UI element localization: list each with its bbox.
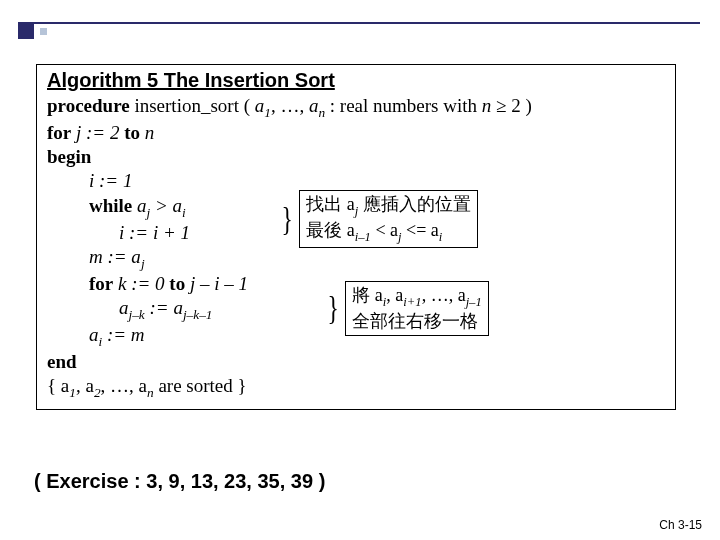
ai: a <box>89 324 99 345</box>
annotation-2: } 將 ai, ai+1, …, aj–1 全部往右移一格 <box>325 281 489 336</box>
kw-to2: to <box>169 273 185 294</box>
while-gt: > a <box>150 195 182 216</box>
algorithm-title: Algorithm 5 The Insertion Sort <box>47 69 665 92</box>
shift-mid: := a <box>145 297 183 318</box>
proc-text-a: insertion_sort ( <box>130 95 255 116</box>
accent-dot <box>40 28 47 35</box>
ai-rest: := m <box>102 324 144 345</box>
page-footer: Ch 3-15 <box>659 518 702 532</box>
kw-end: end <box>47 351 77 372</box>
shift-s1: j–k <box>129 307 145 322</box>
a1-l2s1: i–1 <box>355 230 371 244</box>
a2-l1a: 將 a <box>352 285 383 305</box>
var-a1: a <box>255 95 265 116</box>
a2-l1b: , a <box>386 285 403 305</box>
a2-l2: 全部往右移一格 <box>352 311 478 331</box>
shift-s2: j–k–1 <box>183 307 213 322</box>
kw-while: while <box>89 195 132 216</box>
a1-l2b: < a <box>371 220 398 240</box>
for2-a: k := 0 <box>113 273 169 294</box>
for-text-b: n <box>140 122 154 143</box>
kw-for2: for <box>89 273 113 294</box>
line-i1: i := 1 <box>47 169 132 193</box>
a1-l1a: 找出 a <box>306 194 355 214</box>
line-iinc: i := i + 1 <box>47 221 190 245</box>
note-box-1: 找出 aj 應插入的位置 最後 ai–1 < aj <= ai <box>299 190 478 248</box>
annotation-1: } 找出 aj 應插入的位置 最後 ai–1 < aj <= ai <box>279 190 478 248</box>
accent-square <box>18 23 34 39</box>
cmt-c: , …, a <box>101 375 147 396</box>
var-n: n <box>482 95 492 116</box>
exercise-line: ( Exercise : 3, 9, 13, 23, 35, 39 ) <box>34 470 325 493</box>
a2-l1c: , …, a <box>422 285 466 305</box>
accent-decoration <box>18 12 110 50</box>
a2-l1s3: j–1 <box>466 295 482 309</box>
while-a: a <box>132 195 146 216</box>
brace-icon-2: } <box>327 298 338 318</box>
a1-l1b: 應插入的位置 <box>358 194 471 214</box>
brace-icon: } <box>281 209 292 229</box>
note-box-2: 將 ai, ai+1, …, aj–1 全部往右移一格 <box>345 281 488 336</box>
line-m-sub: j <box>141 256 145 271</box>
a2-l1s2: i+1 <box>403 295 421 309</box>
kw-for: for <box>47 122 71 143</box>
a1-l2c: <= a <box>402 220 439 240</box>
cmt-b: , a <box>76 375 94 396</box>
for-text-a: j := 2 <box>71 122 124 143</box>
algorithm-box: Algorithm 5 The Insertion Sort procedure… <box>36 64 676 410</box>
sub-1: 1 <box>264 105 271 120</box>
for2-b: j – i – 1 <box>185 273 248 294</box>
kw-to: to <box>124 122 140 143</box>
var-an: a <box>309 95 319 116</box>
cmt-s1: 1 <box>69 385 76 400</box>
a1-l2s3: i <box>439 230 443 244</box>
proc-text-b: , …, <box>271 95 309 116</box>
proc-text-c: : real numbers with <box>325 95 482 116</box>
while-subi: i <box>182 205 186 220</box>
accent-rule <box>18 22 700 24</box>
cmt-sn: n <box>147 385 154 400</box>
proc-text-d: ≥ 2 ) <box>491 95 532 116</box>
a1-l2a: 最後 a <box>306 220 355 240</box>
cmt-s2: 2 <box>94 385 101 400</box>
kw-procedure: procedure <box>47 95 130 116</box>
kw-begin: begin <box>47 146 91 167</box>
cmt-a: { a <box>47 375 69 396</box>
shift-a: a <box>119 297 129 318</box>
line-m: m := a <box>89 246 141 267</box>
cmt-d: are sorted } <box>154 375 247 396</box>
